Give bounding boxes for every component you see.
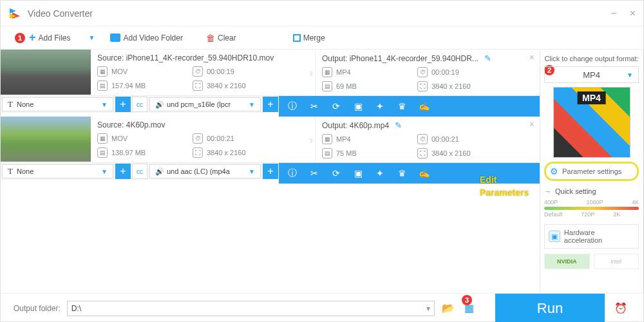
add-audio-button[interactable]: + [263, 97, 278, 112]
add-audio-button[interactable]: + [263, 164, 278, 179]
minimize-button[interactable]: − [611, 8, 616, 19]
callout-badge-1: 1 [15, 33, 25, 43]
quality-slider[interactable]: 400P 1080P 4K Default 720P 2K [544, 199, 639, 218]
nvidia-badge: NVIDIA [544, 254, 590, 269]
browse-folder-button[interactable]: 📂 [441, 301, 455, 316]
chevron-down-icon: ▼ [627, 71, 633, 79]
run-button[interactable]: Run [495, 294, 605, 323]
chip-icon: ▣ [549, 231, 560, 242]
format-icon: ▦ [322, 134, 332, 144]
add-subtitle-button[interactable]: + [115, 164, 131, 179]
sliders-icon: ⚙ [550, 166, 558, 176]
edit-name-button[interactable]: ✎ [484, 53, 491, 63]
callout-badge-3: 3 [462, 295, 472, 305]
storage-icon: ▤ [322, 81, 332, 91]
resolution-icon: ⛶ [417, 148, 428, 158]
parameter-settings-button[interactable]: ⚙ Parameter settings [544, 162, 639, 181]
audio-select[interactable]: 🔊und aac (LC) (mp4a▼ [149, 164, 261, 178]
output-format-select[interactable]: MP4 ▼ [544, 66, 639, 83]
rotate-button[interactable]: ⟳ [327, 165, 346, 182]
close-button[interactable]: × [630, 8, 636, 19]
main-toolbar: 1 + Add Files ▼ Add Video Folder 🗑 Clear… [1, 26, 643, 50]
crop-button[interactable]: ▣ [348, 165, 368, 182]
hw-accel-toggle[interactable]: ▣ Hardware acceleration [544, 224, 639, 249]
rotate-button[interactable]: ⟳ [327, 98, 346, 115]
remove-item-button[interactable]: × [529, 52, 535, 62]
subtitle-select[interactable]: TNone▼ [2, 97, 113, 111]
app-title: Video Converter [28, 8, 93, 19]
format-thumbnail[interactable] [553, 87, 630, 158]
video-thumbnail[interactable] [1, 50, 91, 95]
effect-button[interactable]: ✦ [370, 98, 390, 115]
resolution-icon: ⛶ [193, 80, 203, 91]
add-subtitle-button[interactable]: + [115, 97, 131, 112]
footer: Output folder: D:\ ▾ 📂 ▦ 3 Run ⏰ [1, 293, 643, 322]
folder-icon [110, 33, 120, 42]
storage-icon: ▤ [97, 147, 108, 158]
subtitle-select[interactable]: TNone▼ [2, 164, 113, 178]
add-folder-button[interactable]: Add Video Folder [106, 31, 187, 45]
trim-button[interactable]: ✂ [305, 98, 324, 115]
cc-button[interactable]: cc [132, 97, 147, 112]
output-folder-input[interactable]: D:\ ▾ [67, 301, 435, 316]
annotation-text: Parameters [480, 187, 529, 198]
output-sidebar: Click to change output format: 2 MP4 ▼ ⚙… [540, 50, 643, 293]
intel-badge: intel [594, 254, 639, 269]
output-panel: › × Output: 4K60p.mp4 ✎ ▦MP4 ⏱00:00:21 ▤… [316, 117, 540, 162]
format-icon: ▦ [97, 133, 108, 144]
speaker-icon: 🔊 [155, 100, 164, 109]
watermark-icon-button[interactable]: ♛ [392, 165, 412, 182]
info-button[interactable]: ⓘ [283, 165, 302, 182]
titlebar: Video Converter − × [1, 1, 643, 26]
quick-setting-label: Quick setting [555, 187, 596, 195]
arrow-right-icon: › [309, 66, 313, 79]
source-panel: Source: iPhone11_4K-recorder_59.940HDR10… [91, 50, 316, 95]
cc-button[interactable]: cc [132, 164, 147, 179]
storage-icon: ▤ [97, 80, 108, 91]
subtitle-edit-button[interactable]: ✍ [414, 165, 433, 182]
clear-button[interactable]: 🗑 Clear [202, 30, 240, 46]
storage-icon: ▤ [322, 148, 332, 158]
merge-icon [293, 34, 301, 42]
list-item: Source: 4K60p.mov ▦MOV ⏱00:00:21 ▤138.97… [1, 117, 540, 163]
format-icon: ▦ [97, 66, 108, 77]
clock-icon: ⏱ [417, 134, 428, 144]
chevron-down-icon[interactable]: ▼ [89, 34, 95, 41]
clock-icon: ⏱ [417, 67, 428, 77]
format-label: Click to change output format: [544, 55, 639, 62]
format-icon: ▦ [322, 67, 332, 77]
clock-icon: ⏱ [193, 133, 203, 144]
arrow-right-icon: › [309, 133, 313, 146]
file-list: Source: iPhone11_4K-recorder_59.940HDR10… [1, 50, 540, 293]
merge-button[interactable]: Merge [289, 31, 329, 45]
schedule-button[interactable]: ⏰ [611, 302, 630, 314]
trim-button[interactable]: ✂ [305, 165, 324, 182]
source-panel: Source: 4K60p.mov ▦MOV ⏱00:00:21 ▤138.97… [91, 117, 316, 162]
subtitle-edit-button[interactable]: ✍ [414, 98, 433, 115]
output-folder-label: Output folder: [14, 304, 61, 313]
resolution-icon: ⛶ [193, 147, 203, 158]
video-thumbnail[interactable] [1, 117, 91, 162]
list-item: Source: iPhone11_4K-recorder_59.940HDR10… [1, 50, 540, 96]
edit-toolbar: ⓘ ✂ ⟳ ▣ ✦ ♛ ✍ [279, 163, 540, 184]
crop-button[interactable]: ▣ [348, 98, 368, 115]
plus-icon: + [29, 31, 36, 44]
arrow-right-icon: → [544, 187, 551, 195]
effect-button[interactable]: ✦ [370, 165, 390, 182]
clock-icon: ⏱ [193, 66, 203, 77]
remove-item-button[interactable]: × [529, 119, 535, 129]
app-logo [8, 7, 21, 20]
trash-icon: 🗑 [206, 33, 215, 43]
info-button[interactable]: ⓘ [283, 98, 302, 115]
resolution-icon: ⛶ [417, 81, 428, 91]
edit-name-button[interactable]: ✎ [395, 120, 402, 130]
speaker-icon: 🔊 [155, 167, 164, 176]
add-files-button[interactable]: + Add Files ▼ [25, 28, 99, 47]
chevron-down-icon: ▾ [426, 304, 430, 313]
watermark-icon-button[interactable]: ♛ [392, 98, 412, 115]
annotation-text: Edit [480, 175, 497, 185]
output-panel: › × Output: iPhone11_4K-recorder_59.940H… [316, 50, 540, 95]
edit-toolbar: ⓘ ✂ ⟳ ▣ ✦ ♛ ✍ [279, 96, 540, 117]
audio-select[interactable]: 🔊und pcm_s16le (lpcr▼ [149, 97, 261, 111]
